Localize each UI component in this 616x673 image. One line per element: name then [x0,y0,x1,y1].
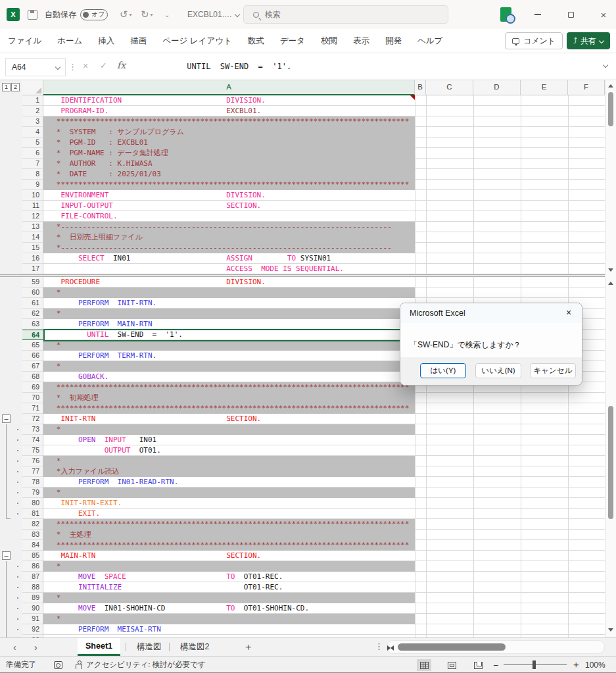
cell-A86[interactable]: * [43,561,415,572]
row-header-66[interactable]: 66 [22,351,43,361]
cell-A62[interactable]: * [43,309,415,319]
zoom-out-button[interactable]: − [493,657,498,673]
zoom-level[interactable]: 100% [585,657,605,673]
scroll-down-icon[interactable] [608,268,613,272]
cells-B-F-row82[interactable] [415,519,605,530]
cells-B-F-row73[interactable] [415,424,605,435]
new-sheet-button[interactable]: ＋ [243,638,253,656]
window-maximize-button[interactable] [561,0,580,29]
insert-function-icon[interactable]: fx [117,60,126,70]
cell-A87[interactable]: MOVE SPACE TO OT01-REC. [43,572,415,582]
row-header-88[interactable]: 88 [22,582,43,593]
undo-button[interactable]: ↺▾ [120,0,132,29]
autosave-toggle[interactable]: オフ [80,9,108,20]
ribbon-tab-1[interactable]: ファイル [8,36,41,47]
row-header-87[interactable]: 87 [22,572,43,582]
cell-A84[interactable]: ****************************************… [43,540,415,551]
cells-B-F-row71[interactable] [415,403,605,414]
cells-B-F-row5[interactable] [415,137,605,148]
row-header-86[interactable]: 86 [22,561,43,572]
save-icon[interactable] [28,0,37,29]
row-header-81[interactable]: 81 [22,509,43,519]
cell-A13[interactable]: *---------------------------------------… [43,222,415,232]
row-header-1[interactable]: 1 [22,95,43,106]
cells-B-F-row12[interactable] [415,211,605,222]
column-header-B[interactable]: B [415,80,426,95]
cell-A81[interactable]: EXIT. [43,509,415,519]
page-break-view-button[interactable] [471,659,485,671]
name-box[interactable]: A64 [5,58,66,76]
cell-A3[interactable]: ****************************************… [43,116,415,127]
row-header-69[interactable]: 69 [22,382,43,393]
ribbon-tab-2[interactable]: ホーム [57,36,82,47]
cell-A66[interactable]: PERFORM TERM-RTN. [43,351,415,361]
cell-A67[interactable]: * [43,361,415,372]
cell-A12[interactable]: FILE-CONTROL. [43,211,415,222]
cell-A63[interactable]: PERFORM MAIN-RTN [43,319,415,330]
cells-B-F-row92[interactable] [415,624,605,635]
accessibility-status[interactable]: アクセシビリティ: 検討が必要です [75,657,206,673]
cell-A80[interactable]: INIT-RTN-EXIT. [43,498,415,509]
row-header-65[interactable]: 65 [22,340,43,351]
row-header-15[interactable]: 15 [22,243,43,253]
excel-app-icon[interactable]: X [7,0,20,29]
cells-B-F-row86[interactable] [415,561,605,572]
cell-A5[interactable]: * PGM-ID : EXCBL01 [43,137,415,148]
sheet-tab-構造図[interactable]: 構造図 [129,638,170,656]
expand-formula-bar-icon[interactable] [603,62,608,68]
row-header-2[interactable]: 2 [22,106,43,116]
row-header-7[interactable]: 7 [22,159,43,169]
select-all-corner[interactable] [22,80,43,95]
cancel-entry-icon[interactable]: × [83,61,88,71]
row-header-75[interactable]: 75 [22,445,43,456]
document-title[interactable]: EXCBL01.… [187,0,239,29]
cell-A76[interactable]: * [43,456,415,466]
confirm-entry-icon[interactable]: ✓ [100,61,107,70]
dialog-button-3[interactable]: キャンセル [530,363,576,378]
row-header-67[interactable]: 67 [22,361,43,372]
cell-A79[interactable]: * [43,487,415,498]
cell-A91[interactable]: * [43,614,415,624]
row-header-64[interactable]: 64 [22,330,43,340]
row-header-4[interactable]: 4 [22,127,43,137]
cell-A7[interactable]: * AUTHOR : K.HIWASA [43,159,415,169]
row-header-6[interactable]: 6 [22,148,43,159]
cells-B-F-row6[interactable] [415,148,605,159]
cell-A6[interactable]: * PGM-NAME : データ集計処理 [43,148,415,159]
sheet-tab-Sheet1[interactable]: Sheet1 [78,638,120,656]
ribbon-tab-6[interactable]: 数式 [248,36,264,47]
row-header-90[interactable]: 90 [22,603,43,614]
normal-view-button[interactable] [417,659,431,671]
row-header-13[interactable]: 13 [22,222,43,232]
scroll-up-icon[interactable] [608,84,613,87]
row-header-62[interactable]: 62 [22,309,43,319]
cells-B-F-row70[interactable] [415,393,605,403]
formula-input[interactable]: UNTIL SW-END = '1'. [139,62,291,71]
column-header-A[interactable]: A [43,80,415,95]
cell-A1[interactable]: IDENTIFICATION DIVISION. [43,95,415,106]
cell-A8[interactable]: * DATE : 2025/01/03 [43,169,415,180]
outline-collapse-button[interactable]: – [2,551,11,560]
dialog-button-1[interactable]: はい(Y) [420,363,466,378]
cells-B-F-row60[interactable] [415,287,605,298]
comments-button[interactable]: コメント [505,32,563,49]
row-header-61[interactable]: 61 [22,298,43,309]
cell-A89[interactable]: * [43,593,415,603]
cells-B-F-row80[interactable] [415,498,605,509]
cell-A16[interactable]: SELECT IN01 ASSIGN TO SYSIN01 [43,253,415,264]
sheet-tab-構造図2[interactable]: 構造図2 [172,638,217,656]
cells-B-F-row75[interactable] [415,445,605,456]
tab-options-icon[interactable]: ⋮ [375,641,383,651]
cells-B-F-row10[interactable] [415,190,605,201]
cell-A61[interactable]: PERFORM INIT-RTN. [43,298,415,309]
row-header-71[interactable]: 71 [22,403,43,414]
column-header-E[interactable]: E [521,80,568,95]
row-header-91[interactable]: 91 [22,614,43,624]
cells-B-F-row77[interactable] [415,466,605,477]
row-header-77[interactable]: 77 [22,466,43,477]
ribbon-tab-9[interactable]: 表示 [353,36,369,47]
cell-A73[interactable]: * [43,424,415,435]
row-header-16[interactable]: 16 [22,253,43,264]
cell-A82[interactable]: ****************************************… [43,519,415,530]
row-header-89[interactable]: 89 [22,593,43,603]
